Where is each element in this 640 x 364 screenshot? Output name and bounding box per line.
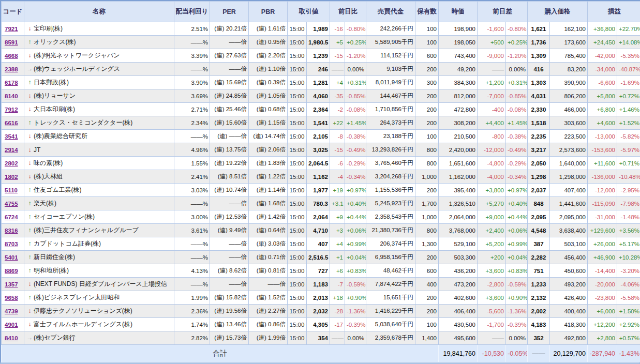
stock-code-link[interactable]: 9658 <box>5 295 18 301</box>
stock-code-link[interactable]: 8410 <box>5 335 18 341</box>
profit-loss: -136,000 <box>588 170 617 184</box>
per-value: (連) 15.60倍 <box>210 116 249 130</box>
pbr-value: (連) 0.81倍 <box>249 264 288 278</box>
dividend-yield: ——% <box>174 36 210 49</box>
market-value: 49,200 <box>439 63 478 76</box>
shares-held: 200 <box>415 184 439 197</box>
stock-code-link[interactable]: 8316 <box>5 228 18 234</box>
stock-code-link[interactable]: 6616 <box>5 120 18 126</box>
stock-name-cell: ↓(NEXT FUNDS) 日経ダブルインバース上場投信 <box>24 278 174 291</box>
table-row: 3541 ↓(株)農業総合研究所 ——% (連) ——倍 (連) 14.74倍 … <box>2 130 640 143</box>
stock-code-link[interactable]: 4668 <box>5 53 18 59</box>
dividend-yield: 3.61% <box>174 224 210 237</box>
day-diff-pct: 0.00% <box>506 331 528 345</box>
stock-code-cell: 8869 <box>2 264 24 278</box>
stock-code-link[interactable]: 7912 <box>5 107 18 113</box>
trend-down-icon: ↓ <box>26 280 34 287</box>
stock-code-link[interactable]: 6724 <box>5 214 18 220</box>
stock-name: 新日鐵住金(株) <box>34 253 75 261</box>
profit-loss-pct: -2.95% <box>617 184 640 197</box>
purchase-total: 303,600 <box>550 116 588 130</box>
pbr-value: (連) 0.68倍 <box>249 103 288 116</box>
total-profit-loss-pct: -1.43% <box>617 345 640 362</box>
stock-code-link[interactable]: 1357 <box>5 281 18 287</box>
day-diff: +5,270 <box>478 197 506 210</box>
table-row: 8591 ↑オリックス(株) ——% ——倍 (連) 0.95倍 15:00 1… <box>2 36 640 49</box>
profit-loss-pct: +1.46% <box>617 103 640 116</box>
shares-held: 600 <box>415 264 439 278</box>
profit-loss-pct: -5.82% <box>617 130 640 143</box>
day-diff: +3,800 <box>478 184 506 197</box>
stock-code-link[interactable]: 5110 <box>5 187 18 193</box>
stock-name-cell: ↑(株)三井住友フィナンシャルグループ <box>24 224 174 237</box>
per-value: (連) 8.51倍 <box>210 170 249 184</box>
trading-volume: 206,374千円 <box>366 237 415 251</box>
per-value: ——倍 <box>210 63 249 76</box>
trend-up-icon: ↑ <box>26 294 34 301</box>
stock-code-link[interactable]: 3541 <box>5 133 18 140</box>
purchase-unit-price: 352 <box>528 331 550 345</box>
trade-time: 15:00 <box>288 264 307 278</box>
stock-name: カブドットコム証券(株) <box>34 240 101 247</box>
day-change-pct: +0.99% <box>345 237 366 251</box>
day-change-pct: -0.34% <box>345 170 366 184</box>
purchase-total: 466,000 <box>550 103 588 116</box>
stock-code-link[interactable]: 1802 <box>5 174 18 180</box>
trend-down-icon: ↓ <box>26 25 34 32</box>
stock-name: (株)ウェッジホールディングス <box>34 65 120 72</box>
stock-code-link[interactable]: 8591 <box>5 39 18 46</box>
stock-code-link[interactable]: 4901 <box>5 322 18 328</box>
trade-price: 4,710 <box>307 224 330 237</box>
stock-name: 住友ゴム工業(株) <box>34 186 82 193</box>
day-diff: -800 <box>478 130 506 143</box>
pbr-value: (連) 1.05倍 <box>249 89 288 103</box>
trading-volume: 3,765,460千円 <box>366 157 415 170</box>
shares-held: 200 <box>415 116 439 130</box>
dividend-yield: 3.90% <box>174 76 210 89</box>
per-value: (連) 27.63倍 <box>210 49 249 63</box>
table-row: 5401 ↑新日鐵住金(株) ——% ——倍 (連) 0.71倍 15:00 2… <box>2 251 640 264</box>
stock-code-link[interactable]: 2914 <box>5 147 18 153</box>
day-diff: +9,000 <box>478 210 506 224</box>
day-diff: —— <box>478 331 506 345</box>
market-value: 384,300 <box>439 76 478 89</box>
stock-code-cell: 6616 <box>2 116 24 130</box>
stock-code-link[interactable]: 8140 <box>5 93 18 99</box>
stock-name-cell: ↑カブドットコム証券(株) <box>24 237 174 251</box>
stock-code-link[interactable]: 4755 <box>5 201 18 207</box>
table-row: 2802 ↓味の素(株) 1.55% (連) 19.22倍 (連) 1.83倍 … <box>2 157 640 170</box>
profit-loss: -14,400 <box>588 264 617 278</box>
per-value: (連) 15.69倍 <box>210 76 249 89</box>
day-diff: +2,400 <box>478 224 506 237</box>
stock-code-link[interactable]: 5401 <box>5 254 18 261</box>
purchase-total: 806,200 <box>550 89 588 103</box>
stock-code-link[interactable]: 2388 <box>5 66 18 72</box>
stock-code-link[interactable]: 8869 <box>5 268 18 274</box>
table-row: 8703 ↑カブドットコム証券(株) ——% ——倍 (単) 3.03倍 15:… <box>2 237 640 251</box>
stock-code-link[interactable]: 2802 <box>5 160 18 166</box>
stock-code-link[interactable]: 8703 <box>5 241 18 247</box>
dividend-yield: 4.13% <box>174 264 210 278</box>
stock-name-cell: ↑オリックス(株) <box>24 36 174 49</box>
purchase-unit-price: 2,095 <box>528 210 550 224</box>
table-row: 6724 ↑セイコーエプソン(株) 3.00% (連) 12.53倍 (連) 1… <box>2 210 640 224</box>
day-change: —— <box>330 63 345 76</box>
purchase-total: 1,441,600 <box>550 197 588 210</box>
stock-code-link[interactable]: 6178 <box>5 80 18 86</box>
stock-code-link[interactable]: 4739 <box>5 308 18 314</box>
market-value: 3,768,000 <box>439 224 478 237</box>
stock-name: (株)セブン銀行 <box>34 334 76 341</box>
profit-loss-pct: +3.56% <box>617 224 640 237</box>
dividend-yield: 3.00% <box>174 210 210 224</box>
profit-loss-pct: +1.50% <box>617 305 640 318</box>
purchase-unit-price: 4,548 <box>528 224 550 237</box>
purchase-unit-price: 751 <box>528 264 550 278</box>
total-purchase-price: 20,129,700 <box>550 345 588 362</box>
trading-volume: 2,359,678千円 <box>366 331 415 345</box>
pbr-value: (連) 0.95倍 <box>249 36 288 49</box>
stock-code-cell: 4668 <box>2 49 24 63</box>
trade-time: 15:00 <box>288 305 307 318</box>
day-diff-pct: -0.38% <box>506 130 528 143</box>
stock-name: JT <box>34 146 40 154</box>
stock-code-link[interactable]: 7921 <box>5 26 18 32</box>
